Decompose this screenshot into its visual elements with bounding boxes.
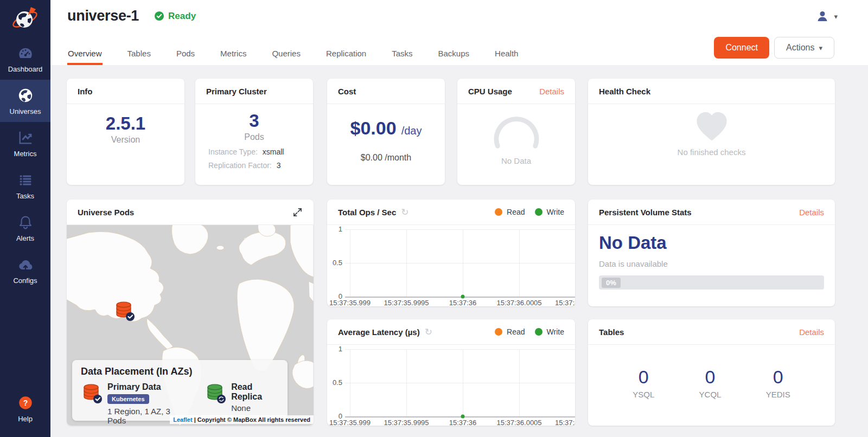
ysql-count: 0	[639, 367, 649, 388]
table-count-ycql: 0 YCQL	[699, 367, 722, 399]
svg-text:?: ?	[23, 399, 28, 407]
user-icon	[816, 10, 829, 23]
yugabyte-logo[interactable]	[11, 4, 40, 32]
chart-legend: Read Write	[495, 327, 564, 336]
ycql-count: 0	[705, 367, 716, 388]
card-title: CPU Usage	[468, 87, 512, 96]
sidebar-item-help[interactable]: ? Help	[0, 387, 50, 429]
chart-legend: Read Write	[495, 208, 564, 216]
read-replica-info: None	[231, 403, 279, 413]
tab-backups[interactable]: Backups	[438, 43, 470, 65]
total-ops-plot: 00.5115:37:35.99915:37:35.999515:37:3615…	[327, 225, 575, 306]
data-placement-panel: Data Placement (In AZs)	[72, 360, 288, 421]
ysql-label: YSQL	[633, 390, 654, 399]
world-map[interactable]: Data Placement (In AZs)	[67, 225, 314, 426]
sidebar-item-label: Metrics	[14, 150, 37, 158]
header-buttons: Connect Actions ▾	[714, 37, 834, 59]
kubernetes-badge: Kubernetes	[107, 394, 149, 404]
sidebar-item-label: Configs	[13, 277, 37, 285]
primary-data-label: Primary Data	[107, 382, 182, 392]
chart-title: Average Latency (µs)	[338, 327, 420, 337]
persistent-volume-card: Persistent Volume Stats Details No Data …	[588, 200, 835, 306]
primary-cluster-card: Primary Cluster 3 Pods Instance Type: xs…	[195, 79, 313, 185]
info-card: Info 2.5.1 Version	[67, 79, 184, 185]
refresh-icon[interactable]: ↻	[425, 327, 432, 337]
cpu-details-link[interactable]: Details	[539, 87, 564, 96]
cluster-attrs: Instance Type: xsmall Replication Factor…	[195, 142, 313, 170]
primary-data-block: Primary Data Kubernetes 1 Region, 1 AZ, …	[81, 382, 182, 425]
pvs-subtext: Data is unavailable	[599, 259, 824, 268]
tab-metrics[interactable]: Metrics	[220, 43, 247, 65]
card-title: Tables	[599, 327, 624, 337]
gauge-icon	[17, 45, 34, 61]
tab-queries[interactable]: Queries	[271, 43, 301, 65]
card-title: Health Check	[599, 87, 650, 96]
cost-per-day-value: $0.00	[350, 118, 397, 139]
instance-type-value: xsmall	[263, 147, 284, 156]
pvs-progress-value: 0%	[602, 278, 621, 288]
cost-per-month: $0.00 /month	[361, 153, 411, 163]
sidebar-item-configs[interactable]: Configs	[0, 249, 50, 291]
chevron-down-icon: ▾	[819, 44, 822, 52]
connect-button[interactable]: Connect	[714, 37, 769, 59]
sidebar-item-label: Help	[18, 415, 33, 423]
actions-button[interactable]: Actions ▾	[774, 37, 834, 59]
sidebar-item-label: Tasks	[16, 192, 34, 200]
actions-label: Actions	[786, 43, 814, 53]
help-icon: ?	[17, 395, 34, 411]
refresh-icon[interactable]: ↻	[401, 208, 409, 217]
cost-per-day-unit: /day	[401, 125, 422, 137]
replication-factor-value: 3	[277, 161, 281, 170]
read-legend-dot	[495, 208, 502, 216]
tables-details-link[interactable]: Details	[799, 327, 824, 337]
read-legend-label: Read	[507, 327, 525, 336]
pvs-details-link[interactable]: Details	[799, 208, 824, 217]
primary-database-icon	[81, 382, 103, 404]
sidebar-item-metrics[interactable]: Metrics	[0, 122, 50, 164]
sidebar-item-universes[interactable]: Universes	[0, 80, 50, 122]
map-attribution: Leaflet | Copyright © MapBox All rights …	[170, 415, 314, 424]
tab-tasks[interactable]: Tasks	[391, 43, 413, 65]
chart-icon	[17, 130, 34, 146]
page-header: universe-1 Ready ▾ Overview Tables Pods …	[50, 0, 868, 65]
card-title: Cost	[338, 87, 356, 96]
avg-latency-plot: 00.5115:37:35.99915:37:35.999515:37:3615…	[327, 345, 575, 426]
avg-latency-card: Average Latency (µs) ↻ Read Write 00.511…	[327, 319, 575, 426]
sidebar-item-dashboard[interactable]: Dashboard	[0, 37, 50, 80]
write-legend-label: Write	[547, 208, 564, 216]
write-legend-label: Write	[547, 327, 564, 336]
tab-overview[interactable]: Overview	[67, 43, 103, 65]
write-legend-dot	[535, 328, 542, 336]
status-text: Ready	[168, 11, 196, 22]
sidebar-item-tasks[interactable]: Tasks	[0, 164, 50, 207]
user-menu[interactable]: ▾	[816, 10, 838, 23]
leaflet-link[interactable]: Leaflet	[173, 416, 192, 423]
tab-tables[interactable]: Tables	[127, 43, 151, 65]
pvs-no-data-text: No Data	[599, 233, 824, 253]
replication-factor-row: Replication Factor: 3	[208, 161, 300, 170]
cost-card: Cost $0.00 /day $0.00 /month	[327, 79, 445, 185]
data-placement-title: Data Placement (In AZs)	[81, 366, 279, 377]
tab-pods[interactable]: Pods	[176, 43, 195, 65]
check-circle-icon	[154, 11, 164, 21]
health-empty-text: No finished checks	[678, 147, 746, 157]
card-title: Info	[78, 87, 93, 96]
cpu-usage-card: CPU Usage Details No Data	[457, 79, 575, 185]
tab-health[interactable]: Health	[494, 43, 519, 65]
instance-type-label: Instance Type:	[208, 147, 258, 156]
tab-bar: Overview Tables Pods Metrics Queries Rep…	[67, 43, 519, 65]
sidebar-item-alerts[interactable]: Alerts	[0, 207, 50, 249]
read-legend-dot	[495, 328, 502, 336]
list-icon	[17, 172, 34, 188]
pods-label: Pods	[244, 132, 264, 142]
cpu-empty-text: No Data	[501, 156, 531, 165]
sidebar-item-label: Alerts	[16, 234, 34, 242]
ycql-label: YCQL	[699, 390, 722, 399]
chevron-down-icon: ▾	[834, 12, 838, 21]
expand-icon[interactable]	[292, 207, 303, 217]
pods-count: 3	[249, 111, 259, 131]
tab-replication[interactable]: Replication	[326, 43, 367, 65]
primary-data-map-marker[interactable]	[113, 300, 135, 322]
sidebar: Dashboard Universes Metrics Tasks Alerts…	[0, 0, 50, 437]
main-content: Info 2.5.1 Version Primary Cluster 3 Pod…	[50, 65, 868, 437]
